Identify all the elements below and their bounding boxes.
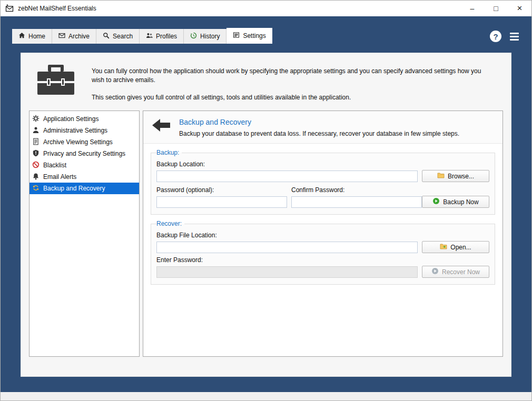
app-window: zebNet MailShelf Essentials – □ × Home A… [0, 0, 532, 401]
minimize-button[interactable]: – [460, 1, 484, 16]
browse-button[interactable]: Browse... [422, 170, 489, 182]
recover-now-button-label: Recover Now [442, 268, 480, 276]
sidebar-item-label: Email Alerts [43, 173, 76, 181]
sidebar-item-privacy-and-security-settings[interactable]: Privacy and Security Settings [29, 148, 139, 159]
sidebar-item-label: Backup and Recovery [43, 185, 105, 192]
backup-now-button-label: Backup Now [443, 198, 478, 206]
help-button[interactable]: ? [490, 31, 501, 42]
gear-icon [32, 115, 40, 124]
tab-bar: Home Archive Search Profiles [12, 28, 519, 44]
sidebar-item-administrative-settings[interactable]: Administrative Settings [29, 125, 139, 136]
window-bottom-strip [1, 392, 531, 400]
tab-home[interactable]: Home [12, 29, 52, 44]
play-circle-icon [432, 197, 440, 206]
app-icon [5, 4, 14, 13]
envelope-icon [58, 32, 65, 41]
tab-label: Profiles [156, 33, 177, 40]
tab-label: History [200, 33, 220, 40]
settings-card: You can fully control how the applicatio… [21, 53, 511, 377]
password-input[interactable] [156, 196, 287, 208]
maximize-button[interactable]: □ [484, 1, 508, 16]
shield-icon [32, 149, 40, 158]
tab-settings[interactable]: Settings [226, 28, 272, 44]
search-icon [103, 32, 110, 41]
sidebar-item-label: Administrative Settings [43, 127, 107, 134]
intro-paragraph-1: You can fully control how the applicatio… [92, 67, 495, 85]
tab-label: Search [113, 33, 133, 40]
backup-file-location-label: Backup File Location: [156, 232, 489, 239]
intro-text: You can fully control how the applicatio… [92, 64, 495, 102]
intro-paragraph-2: This section gives you full control of a… [92, 93, 495, 102]
tab-archive[interactable]: Archive [52, 29, 96, 44]
home-icon [18, 32, 25, 41]
prohibition-icon [32, 161, 40, 170]
tab-search[interactable]: Search [96, 29, 140, 44]
backup-group: Backup: Backup Location: Browse... [151, 149, 495, 215]
panel-header: Backup and Recovery Backup your database… [143, 111, 503, 144]
header-actions: ? [490, 31, 519, 44]
main-chrome: Home Archive Search Profiles [1, 16, 531, 392]
recover-now-button[interactable]: Recover Now [422, 266, 489, 278]
settings-nav: Application Settings Administrative Sett… [29, 111, 140, 357]
backup-refresh-icon [32, 184, 40, 193]
menu-icon[interactable] [510, 33, 519, 41]
recover-group: Recover: Backup File Location: Open... [151, 220, 495, 285]
sidebar-item-email-alerts[interactable]: Email Alerts [29, 171, 139, 183]
open-button[interactable]: Open... [422, 241, 489, 253]
sidebar-item-archive-viewing-settings[interactable]: Archive Viewing Settings [29, 136, 139, 148]
backup-now-button[interactable]: Backup Now [422, 196, 489, 208]
tab-label: Settings [243, 32, 265, 39]
panel-subtitle: Backup your database to prevent data los… [179, 130, 459, 137]
admin-user-icon [32, 126, 40, 135]
window-title: zebNet MailShelf Essentials [18, 5, 96, 12]
sidebar-item-application-settings[interactable]: Application Settings [29, 113, 139, 125]
sidebar-item-label: Application Settings [43, 115, 98, 123]
window-controls: – □ × [460, 1, 531, 16]
backup-group-legend: Backup: [156, 149, 182, 156]
bell-icon [32, 173, 40, 182]
sidebar-item-blacklist[interactable]: Blacklist [29, 159, 139, 171]
tab-label: Archive [68, 33, 90, 40]
enter-password-label: Enter Password: [156, 256, 489, 264]
document-icon [32, 138, 40, 147]
close-button[interactable]: × [508, 1, 531, 16]
open-folder-icon [440, 243, 447, 251]
recover-group-legend: Recover: [156, 220, 184, 227]
settings-icon [233, 32, 240, 40]
tab-label: Home [28, 33, 45, 40]
backup-recovery-panel: Backup and Recovery Backup your database… [143, 111, 503, 357]
open-button-label: Open... [450, 244, 471, 251]
confirm-password-input[interactable] [291, 196, 422, 208]
intro-section: You can fully control how the applicatio… [21, 53, 511, 102]
browse-button-label: Browse... [448, 173, 474, 180]
folder-icon [437, 172, 445, 180]
play-circle-disabled-icon [431, 267, 439, 276]
profiles-icon [146, 32, 153, 41]
titlebar: zebNet MailShelf Essentials – □ × [1, 1, 531, 16]
sidebar-item-label: Privacy and Security Settings [43, 150, 125, 157]
sidebar-item-label: Blacklist [43, 162, 66, 169]
password-label: Password (optional): [156, 186, 291, 194]
tab-profiles[interactable]: Profiles [140, 29, 184, 44]
confirm-password-label: Confirm Password: [291, 186, 344, 194]
backup-location-input[interactable] [156, 171, 418, 182]
back-arrow-icon [152, 118, 171, 137]
history-icon [190, 32, 197, 41]
backup-location-label: Backup Location: [156, 161, 489, 168]
tab-history[interactable]: History [184, 29, 226, 44]
sidebar-item-backup-and-recovery[interactable]: Backup and Recovery [29, 183, 139, 194]
toolbox-icon [35, 64, 77, 102]
enter-password-input[interactable] [156, 266, 418, 278]
panel-title: Backup and Recovery [179, 118, 459, 126]
sidebar-item-label: Archive Viewing Settings [43, 138, 113, 146]
backup-file-location-input[interactable] [156, 242, 418, 253]
